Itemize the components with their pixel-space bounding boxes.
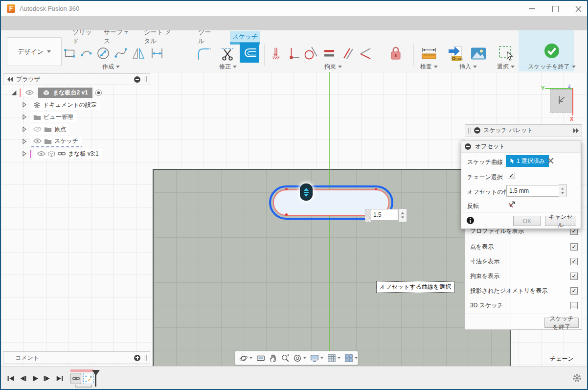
browser-header[interactable]: ブラウザ	[3, 73, 150, 85]
spline-tool-icon[interactable]	[113, 44, 128, 63]
grid-settings-tool[interactable]	[327, 354, 341, 363]
maximize-button[interactable]	[548, 5, 563, 13]
checkbox[interactable]: ✓	[570, 243, 578, 251]
workspace-selector[interactable]: デザイン	[7, 37, 62, 66]
insert-image-icon[interactable]	[470, 44, 487, 63]
eye-hidden-icon[interactable]	[33, 126, 42, 132]
checkbox[interactable]: ✓	[570, 287, 578, 295]
inspect-group-label[interactable]: 検査	[417, 63, 441, 70]
clear-selection-icon[interactable]	[547, 158, 554, 164]
browser-collapse-icon[interactable]	[134, 76, 140, 83]
browser-item-document-settings[interactable]: ドキュメントの設定	[3, 99, 150, 110]
eye-icon[interactable]	[37, 151, 45, 157]
timeline-play-button[interactable]	[30, 374, 40, 383]
arc-tool-icon[interactable]	[79, 44, 94, 63]
constraint-tangent-icon[interactable]	[303, 44, 318, 63]
stepper-up-icon[interactable]	[401, 212, 404, 214]
viewports-tool[interactable]	[344, 354, 358, 363]
add-comment-icon[interactable]	[134, 355, 140, 361]
flip-icon[interactable]	[508, 200, 517, 208]
sketch-palette-header[interactable]: スケッチ パレット	[465, 125, 582, 137]
palette-option-dimensions[interactable]: 寸法を表示 ✓	[470, 256, 578, 267]
cancel-button[interactable]: キャンセル	[545, 216, 576, 226]
insert-svg-icon[interactable]: SVG	[447, 44, 465, 63]
ribbon-tab-solid[interactable]: ソリッド	[72, 32, 96, 42]
palette-option-projected-geometry[interactable]: 投影されたジオメトリを表示 ✓	[470, 285, 578, 296]
trim-tool-icon[interactable]	[220, 44, 235, 63]
offset-distance-stepper[interactable]	[398, 208, 407, 222]
zoom-tool[interactable]	[281, 354, 290, 363]
select-group-label[interactable]: 選択	[494, 63, 518, 70]
collapsed-arrow-icon[interactable]	[22, 114, 27, 120]
collapse-left-icon[interactable]	[7, 77, 13, 82]
modify-group-label[interactable]: 修正	[217, 63, 239, 70]
mirror-tool-icon[interactable]	[131, 44, 146, 63]
create-group-label[interactable]: 作成	[100, 63, 122, 70]
ribbon-tab-sheetmetal[interactable]: シート メタル	[144, 32, 177, 42]
offset-tool-button-active[interactable]	[240, 43, 259, 63]
orbit-tool[interactable]	[239, 354, 253, 363]
checkbox[interactable]	[570, 302, 578, 309]
stepper-down-icon[interactable]	[561, 192, 564, 194]
sketch-point[interactable]	[375, 188, 377, 190]
visibility-toggle[interactable]	[23, 89, 36, 96]
collapsed-arrow-icon[interactable]	[22, 138, 27, 144]
sketch-point[interactable]	[285, 188, 288, 190]
sketch-dimension-tool-icon[interactable]	[150, 44, 164, 63]
browser-item-sketches[interactable]: スケッチ	[3, 136, 150, 147]
offset-position-input[interactable]	[506, 185, 559, 197]
constraint-fix-icon[interactable]	[269, 44, 284, 63]
stepper-up-icon[interactable]	[561, 188, 564, 190]
close-button[interactable]	[571, 5, 586, 13]
timeline-settings-gear-icon[interactable]	[572, 373, 582, 383]
root-component[interactable]: まな板台2 v1	[38, 88, 92, 98]
palette-finish-sketch-button[interactable]: スケッチを終了	[544, 318, 579, 328]
ribbon-tab-tools[interactable]: ツール	[198, 32, 217, 42]
display-settings-tool[interactable]	[310, 354, 324, 363]
comment-bar[interactable]: コメント	[3, 351, 150, 364]
browser-item-named-views[interactable]: ビュー管理	[3, 112, 150, 122]
measure-tool-icon[interactable]	[420, 44, 438, 63]
comment-resize-grip[interactable]	[144, 355, 147, 361]
circle-tool-icon[interactable]	[96, 44, 111, 63]
offset-drag-manipulator[interactable]	[300, 184, 313, 201]
expand-triangle-icon[interactable]	[11, 90, 17, 96]
timeline-skip-end-button[interactable]	[55, 374, 65, 383]
finish-sketch-button[interactable]	[543, 42, 561, 60]
fit-tool[interactable]	[293, 354, 307, 363]
viewports-caret-icon[interactable]	[355, 357, 358, 359]
timeline-step-back-button[interactable]	[18, 374, 28, 383]
chain-selection-checkbox[interactable]: ✓	[508, 172, 515, 179]
checkbox[interactable]: ✓	[570, 258, 578, 265]
sketch-point[interactable]	[285, 213, 288, 216]
finish-sketch-label[interactable]: スケッチを終了	[525, 63, 578, 70]
viewcube[interactable]	[550, 89, 573, 113]
constraint-equal-icon[interactable]	[322, 44, 337, 63]
pan-tool[interactable]	[269, 354, 277, 363]
offset-dialog-header[interactable]: オフセット	[461, 140, 581, 153]
offset-position-stepper[interactable]	[559, 184, 567, 197]
palette-option-3d-sketch[interactable]: 3D スケッチ	[470, 300, 578, 311]
constraint-coincident-icon[interactable]	[287, 44, 301, 63]
activate-radio-icon[interactable]	[95, 89, 102, 96]
palette-grip[interactable]	[468, 128, 471, 134]
look-at-tool[interactable]	[256, 354, 265, 363]
browser-item-origin[interactable]: 原点	[3, 124, 150, 135]
dialog-collapse-icon[interactable]	[465, 143, 471, 150]
stepper-down-icon[interactable]	[401, 217, 404, 219]
constraint-parallel-icon[interactable]	[339, 44, 354, 63]
fillet-tool-icon[interactable]	[197, 44, 211, 63]
palette-option-constraints[interactable]: 拘束を表示 ✓	[470, 271, 578, 281]
collapse-right-icon[interactable]	[573, 128, 579, 133]
ok-button[interactable]: OK	[513, 216, 541, 226]
fit-caret-icon[interactable]	[303, 357, 306, 359]
collapsed-arrow-icon[interactable]	[22, 126, 27, 132]
selection-badge[interactable]: 1 選択済み	[506, 155, 549, 167]
collapsed-arrow-icon[interactable]	[22, 151, 27, 157]
timeline-item-component[interactable]	[70, 373, 81, 384]
offset-distance-input[interactable]	[371, 209, 398, 221]
timeline-step-forward-button[interactable]	[42, 374, 52, 383]
constraint-perpendicular-icon[interactable]	[357, 44, 372, 63]
rectangle-tool-icon[interactable]	[63, 44, 77, 63]
timeline-marker-flag-icon[interactable]	[92, 370, 100, 376]
